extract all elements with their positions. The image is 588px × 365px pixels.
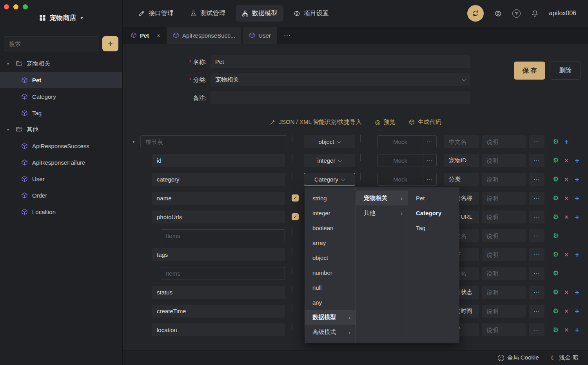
row-add-icon[interactable]: + (573, 248, 581, 261)
field-name-input[interactable] (152, 305, 285, 318)
delete-button[interactable]: 删除 (550, 62, 581, 80)
field-name-input[interactable] (152, 211, 285, 223)
nullable-checkbox[interactable] (360, 154, 361, 161)
field-name-input[interactable] (161, 267, 285, 280)
type-option-advanced-mode[interactable]: 高级模式› (305, 325, 356, 340)
required-checkbox[interactable] (292, 154, 292, 161)
required-checkbox[interactable] (292, 267, 292, 274)
row-more-button[interactable]: ⋯ (529, 305, 544, 318)
row-settings-gear-icon[interactable]: ⚙ (552, 192, 560, 205)
required-checkbox-checked[interactable] (292, 213, 299, 220)
row-settings-gear-icon[interactable]: ⚙ (552, 248, 560, 261)
row-delete-icon[interactable]: ✕ (562, 248, 571, 261)
notifications-button[interactable] (531, 9, 539, 18)
description-input[interactable] (482, 323, 526, 336)
row-settings-gear-icon[interactable]: ⚙ (552, 135, 560, 148)
tree-item-category[interactable]: Category (0, 88, 122, 105)
row-settings-gear-icon[interactable]: ⚙ (552, 154, 560, 167)
type-option-object[interactable]: object (305, 250, 356, 265)
collapse-caret-icon[interactable]: ▾ (132, 135, 135, 148)
group-option-other[interactable]: 其他› (356, 205, 408, 220)
required-checkbox-checked[interactable] (292, 194, 299, 202)
type-option-array[interactable]: array (305, 235, 356, 250)
theme-switcher[interactable]: ☾ 浅金·暗 (551, 354, 579, 361)
description-input[interactable] (482, 248, 526, 261)
nav-test-management[interactable]: 测试管理 (184, 5, 232, 22)
description-input[interactable] (482, 154, 526, 167)
required-checkbox[interactable] (292, 173, 292, 180)
mock-field[interactable]: Mock⋯ (377, 154, 437, 167)
row-settings-gear-icon[interactable]: ⚙ (552, 305, 560, 318)
mock-field[interactable]: Mock⋯ (377, 135, 437, 148)
project-switcher[interactable]: 宠物商店 ▼ (0, 13, 122, 22)
nullable-checkbox[interactable] (360, 173, 361, 180)
tree-group-pets[interactable]: ▾ 宠物相关 (0, 55, 122, 72)
tab-user[interactable]: User (243, 27, 277, 44)
description-input[interactable] (482, 305, 526, 318)
field-name-input[interactable] (140, 135, 287, 148)
description-input[interactable] (482, 229, 526, 242)
required-checkbox[interactable] (292, 285, 292, 293)
row-delete-icon[interactable]: ✕ (562, 154, 571, 167)
row-more-button[interactable]: ⋯ (529, 154, 544, 167)
description-input[interactable] (482, 267, 526, 280)
preview-link[interactable]: ◎ 预览 (375, 118, 396, 126)
field-name-input[interactable] (152, 286, 285, 299)
model-option-pet[interactable]: Pet (408, 191, 459, 205)
row-add-icon[interactable]: + (573, 286, 581, 299)
search-input[interactable] (4, 36, 98, 51)
row-settings-gear-icon[interactable]: ⚙ (552, 173, 560, 186)
tab-pet[interactable]: Pet × (123, 27, 167, 44)
description-input[interactable] (482, 211, 526, 223)
required-checkbox[interactable] (292, 323, 292, 330)
tree-item-tag[interactable]: Tag (0, 105, 122, 121)
type-option-boolean[interactable]: boolean (305, 220, 356, 235)
more-tabs-button[interactable]: ⋯ (284, 31, 290, 40)
tree-item-localtion[interactable]: Localtion (0, 203, 122, 220)
required-checkbox[interactable] (292, 135, 292, 142)
settings-gear-button[interactable] (494, 9, 502, 18)
type-option-number[interactable]: number (305, 265, 356, 280)
row-add-icon[interactable]: + (573, 305, 581, 318)
row-settings-gear-icon[interactable]: ⚙ (552, 267, 560, 280)
row-more-button[interactable]: ⋯ (529, 267, 544, 280)
row-add-icon[interactable]: + (573, 173, 581, 186)
sync-button[interactable] (467, 5, 484, 22)
row-more-button[interactable]: ⋯ (529, 192, 544, 205)
tree-item-user[interactable]: User (0, 171, 122, 187)
help-button[interactable]: ? (512, 9, 521, 18)
field-name-input[interactable] (152, 248, 285, 261)
type-select[interactable]: integer (304, 154, 355, 167)
mock-more-button[interactable]: ⋯ (423, 173, 436, 185)
row-settings-gear-icon[interactable]: ⚙ (552, 286, 560, 299)
nav-project-settings[interactable]: 项目设置 (287, 5, 335, 22)
close-tab-icon[interactable]: × (157, 32, 160, 39)
row-settings-gear-icon[interactable]: ⚙ (552, 323, 560, 336)
type-option-null[interactable]: null (305, 280, 356, 295)
model-remark-input[interactable] (211, 91, 470, 104)
field-name-input[interactable] (152, 323, 285, 336)
required-checkbox[interactable] (292, 248, 292, 255)
type-option-integer[interactable]: integer (305, 205, 356, 220)
row-delete-icon[interactable]: ✕ (562, 323, 571, 336)
type-select-open[interactable]: Category (304, 173, 355, 186)
description-input[interactable] (482, 173, 526, 186)
model-name-input[interactable] (211, 55, 470, 68)
type-option-data-model[interactable]: 数据模型› (305, 310, 356, 325)
tree-item-apiresponsesuccess[interactable]: ApiResponseSuccess (0, 138, 122, 154)
row-delete-icon[interactable]: ✕ (562, 211, 571, 223)
row-more-button[interactable]: ⋯ (529, 173, 544, 186)
row-more-button[interactable]: ⋯ (529, 229, 544, 242)
type-select[interactable]: object (304, 135, 355, 148)
row-delete-icon[interactable]: ✕ (562, 173, 571, 186)
description-input[interactable] (482, 192, 526, 205)
generate-code-link[interactable]: 生成代码 (409, 118, 441, 126)
smart-import-link[interactable]: JSON / XML 智能识别/快捷导入 (269, 118, 361, 126)
tree-item-apiresponsefailure[interactable]: ApiResponseFailure (0, 154, 122, 171)
mock-more-button[interactable]: ⋯ (423, 154, 436, 167)
close-window-button[interactable] (4, 4, 9, 9)
field-name-input[interactable] (161, 229, 285, 242)
user-account[interactable]: apifox006 (549, 10, 576, 17)
model-category-select[interactable]: 宠物相关 (211, 73, 470, 86)
row-more-button[interactable]: ⋯ (529, 135, 544, 148)
